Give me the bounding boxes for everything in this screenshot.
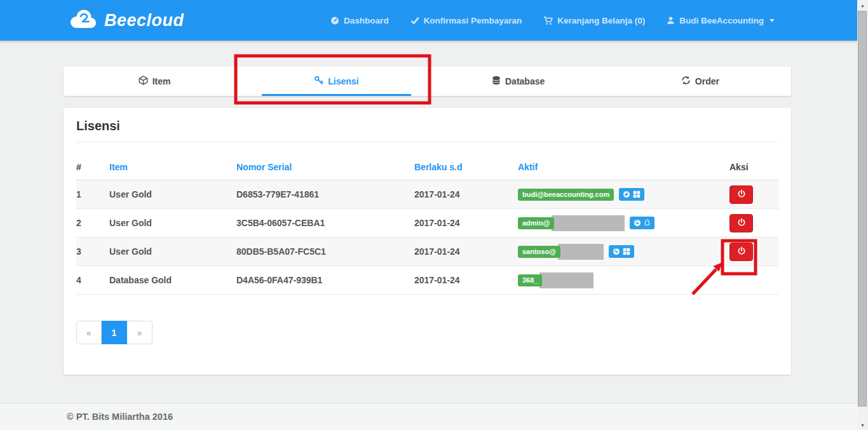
platform-badge bbox=[619, 188, 644, 201]
active-user-badge: budi@beeaccounting.com bbox=[518, 189, 614, 201]
item-name: Database Gold bbox=[109, 275, 236, 285]
valid-until-date: 2017-01-24 bbox=[414, 246, 518, 257]
tab-label: Database bbox=[505, 76, 545, 86]
tab-label: Item bbox=[153, 76, 171, 86]
check-icon bbox=[410, 17, 419, 24]
linux-icon bbox=[644, 219, 651, 227]
platform-badge bbox=[630, 217, 654, 229]
action-cell bbox=[729, 214, 778, 232]
cart-icon bbox=[543, 16, 553, 25]
nav-dashboard[interactable]: Dashboard bbox=[330, 16, 389, 25]
tab-lisensi[interactable]: Lisensi bbox=[245, 67, 427, 96]
valid-until-date: 2017-01-24 bbox=[414, 275, 518, 285]
top-nav-links: Dashboard Konfirmasi Pembayaran bbox=[330, 16, 775, 25]
windows-icon bbox=[623, 248, 630, 255]
nav-label: Dashboard bbox=[344, 16, 389, 25]
pagination-page-1[interactable]: 1 bbox=[102, 321, 127, 344]
active-user-badge: admin@ bbox=[518, 217, 554, 229]
deactivate-license-button-highlighted[interactable] bbox=[729, 243, 753, 261]
row-number: 2 bbox=[76, 218, 109, 228]
beecloud-licenses-page: Beecloud Dashboard K bbox=[0, 0, 868, 430]
caret-down-icon bbox=[770, 19, 775, 22]
row-number: 3 bbox=[76, 246, 109, 257]
top-navigation-bar: Beecloud Dashboard K bbox=[0, 0, 857, 41]
scrollbar-thumb[interactable] bbox=[858, 11, 867, 406]
scrollbar-down-arrow[interactable]: ▼ bbox=[857, 420, 868, 430]
col-header-number: # bbox=[76, 151, 109, 172]
col-header-valid: Berlaku s.d bbox=[414, 151, 518, 172]
action-cell bbox=[729, 243, 778, 261]
windows-icon bbox=[633, 191, 641, 198]
pagination-next-button[interactable]: » bbox=[127, 321, 153, 344]
row-number: 4 bbox=[76, 275, 109, 285]
action-cell bbox=[729, 185, 778, 204]
valid-until-date: 2017-01-24 bbox=[414, 189, 518, 199]
nav-user-menu[interactable]: Budi BeeAccounting bbox=[667, 16, 775, 25]
beecloud-logo[interactable]: Beecloud bbox=[69, 9, 184, 32]
tab-label: Lisensi bbox=[328, 76, 358, 86]
nav-konfirmasi-pembayaran[interactable]: Konfirmasi Pembayaran bbox=[410, 16, 522, 25]
redacted-block bbox=[539, 272, 593, 288]
refresh-icon bbox=[681, 76, 691, 87]
valid-until-date: 2017-01-24 bbox=[414, 218, 518, 228]
col-header-aksi: Aksi bbox=[729, 151, 778, 172]
page-footer: © PT. Bits Miliartha 2016 bbox=[0, 403, 857, 430]
nav-keranjang-belanja[interactable]: Keranjang Belanja (0) bbox=[543, 16, 645, 25]
firefox-icon bbox=[613, 248, 620, 255]
aktif-cell: budi@beeaccounting.com bbox=[518, 188, 729, 201]
firefox-icon bbox=[634, 219, 641, 227]
database-icon bbox=[492, 76, 501, 87]
pagination: « 1 » bbox=[76, 321, 153, 344]
chrome-icon bbox=[623, 191, 630, 198]
active-user-badge: santoso@ bbox=[518, 246, 560, 258]
table-row: 2 User Gold 3C5B4-06057-CEBA1 2017-01-24… bbox=[76, 209, 778, 238]
tab-item[interactable]: Item bbox=[64, 67, 245, 96]
tab-database[interactable]: Database bbox=[428, 67, 609, 96]
serial-number: D6853-779E7-41861 bbox=[236, 189, 414, 199]
table-header-row: # Item Nomor Serial Berlaku s.d Aktif Ak… bbox=[76, 142, 778, 180]
dashboard-icon bbox=[330, 16, 339, 25]
item-name: User Gold bbox=[109, 218, 236, 228]
item-name: User Gold bbox=[109, 189, 236, 199]
table-row: 4 Database Gold D4A56-0FA47-939B1 2017-0… bbox=[76, 266, 778, 295]
platform-badge bbox=[609, 245, 634, 258]
panel-title: Lisensi bbox=[76, 108, 778, 133]
cube-icon bbox=[139, 76, 148, 87]
serial-number: D4A56-0FA47-939B1 bbox=[236, 275, 414, 285]
brand-name: Beecloud bbox=[104, 11, 184, 30]
active-db-badge: 368_ bbox=[518, 274, 542, 286]
power-icon bbox=[737, 218, 746, 229]
nav-label: Budi BeeAccounting bbox=[679, 16, 764, 25]
copyright-text: © PT. Bits Miliartha 2016 bbox=[67, 412, 173, 422]
tab-order[interactable]: Order bbox=[609, 67, 791, 96]
item-name: User Gold bbox=[109, 246, 236, 257]
col-header-item: Item bbox=[109, 151, 236, 172]
scrollbar-up-arrow[interactable]: ▲ bbox=[857, 0, 868, 10]
serial-number: 80DB5-B5A07-FC5C1 bbox=[236, 246, 414, 257]
serial-number: 3C5B4-06057-CEBA1 bbox=[236, 218, 414, 228]
aktif-cell: santoso@ bbox=[518, 244, 729, 260]
row-number: 1 bbox=[76, 189, 109, 199]
aktif-cell: 368_ bbox=[518, 272, 729, 288]
power-icon bbox=[737, 189, 746, 200]
browser-scrollbar[interactable]: ▲ ▼ bbox=[857, 0, 868, 430]
table-row: 3 User Gold 80DB5-B5A07-FC5C1 2017-01-24… bbox=[76, 238, 778, 266]
nav-label: Keranjang Belanja (0) bbox=[557, 16, 645, 25]
deactivate-license-button[interactable] bbox=[729, 214, 753, 232]
user-icon bbox=[667, 16, 675, 25]
lisensi-panel: Lisensi # Item Nomor Serial Berlaku s.d … bbox=[64, 108, 791, 375]
redacted-block bbox=[552, 215, 625, 231]
col-header-serial: Nomor Serial bbox=[236, 151, 414, 172]
col-header-aktif: Aktif bbox=[518, 151, 729, 172]
key-icon bbox=[314, 76, 323, 87]
tab-label: Order bbox=[695, 76, 719, 86]
cloud-logo-icon bbox=[69, 9, 98, 32]
section-tabs: Item Lisensi Database bbox=[64, 67, 791, 96]
pagination-prev-button[interactable]: « bbox=[76, 321, 102, 344]
aktif-cell: admin@ bbox=[518, 215, 729, 231]
power-icon bbox=[737, 246, 746, 257]
deactivate-license-button[interactable] bbox=[729, 185, 753, 204]
table-row: 1 User Gold D6853-779E7-41861 2017-01-24… bbox=[76, 180, 778, 209]
nav-label: Konfirmasi Pembayaran bbox=[424, 16, 522, 25]
redacted-block bbox=[558, 244, 604, 260]
